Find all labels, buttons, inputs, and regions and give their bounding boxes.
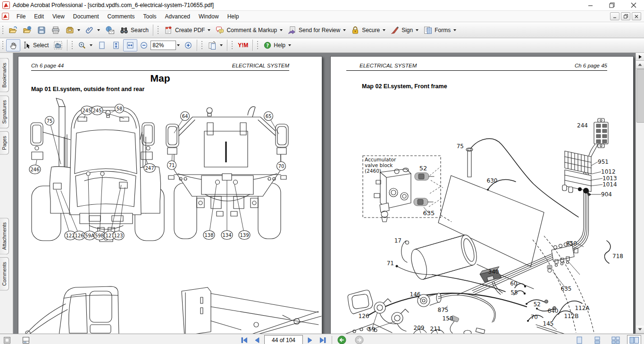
- zoom-in-button[interactable]: [182, 40, 195, 51]
- zoom-tool-button[interactable]: [75, 40, 95, 51]
- send-for-review-button[interactable]: Send for Review: [285, 24, 348, 36]
- menu-file[interactable]: File: [12, 12, 30, 21]
- comment-markup-button[interactable]: Comment & Markup: [213, 24, 285, 36]
- tab-signatures[interactable]: Signatures: [0, 95, 9, 128]
- save-button[interactable]: [34, 24, 49, 36]
- restore-button[interactable]: [609, 2, 615, 8]
- continuous-layout-button[interactable]: [591, 335, 603, 344]
- doc-minimize-button[interactable]: [610, 12, 619, 20]
- svg-text:59B: 59B: [95, 233, 104, 238]
- zoom-tool-dropdown-arrow[interactable]: [90, 44, 92, 46]
- select-tool-button[interactable]: Select: [20, 39, 51, 51]
- comment-markup-dropdown-arrow[interactable]: [280, 29, 283, 31]
- organizer-dropdown-arrow[interactable]: [77, 29, 80, 31]
- attach-dropdown-arrow[interactable]: [97, 29, 100, 31]
- page-size-button[interactable]: [2, 336, 12, 344]
- svg-text:(2460): (2460): [365, 168, 381, 174]
- facing-layout-button[interactable]: [627, 335, 641, 344]
- fit-width-button[interactable]: [123, 39, 137, 51]
- help-dropdown-arrow[interactable]: [288, 44, 291, 46]
- send-for-review-dropdown-arrow[interactable]: [343, 29, 346, 31]
- tab-attachments[interactable]: Attachments: [0, 218, 9, 254]
- toolbar-grip[interactable]: [256, 40, 259, 50]
- organizer-button[interactable]: [63, 24, 83, 36]
- email-button[interactable]: [102, 24, 117, 36]
- scroll-up-button[interactable]: [636, 61, 644, 69]
- close-button[interactable]: [631, 2, 636, 8]
- sensor-52: [415, 173, 434, 180]
- toolbar-grip[interactable]: [1, 40, 5, 50]
- menu-tools[interactable]: Tools: [139, 12, 161, 21]
- scroll-down-button[interactable]: [636, 326, 644, 334]
- search-button[interactable]: Search: [117, 24, 151, 36]
- menu-comments[interactable]: Comments: [103, 12, 139, 21]
- svg-text:58: 58: [117, 106, 123, 111]
- help-button[interactable]: ? Help: [261, 40, 293, 51]
- zoom-level-dropdown-arrow[interactable]: [177, 44, 180, 46]
- forms-dropdown-arrow[interactable]: [453, 29, 456, 31]
- help-label: Help: [274, 42, 285, 49]
- previous-view-button[interactable]: [336, 335, 348, 344]
- actual-size-button[interactable]: [95, 39, 109, 51]
- minimize-button[interactable]: [588, 3, 593, 8]
- doc-close-button[interactable]: [632, 12, 641, 20]
- collapse-pane-button[interactable]: [636, 53, 644, 61]
- vertical-scrollbar[interactable]: [636, 53, 644, 334]
- svg-text:134: 134: [222, 233, 231, 238]
- zoom-out-button[interactable]: [137, 40, 151, 51]
- open-web-button[interactable]: [20, 24, 34, 36]
- next-page-button[interactable]: [306, 336, 315, 344]
- tab-pages[interactable]: Pages: [0, 131, 9, 155]
- first-page-button[interactable]: [239, 336, 250, 344]
- next-page-icon: [307, 337, 313, 344]
- previous-page-button[interactable]: [252, 336, 261, 344]
- next-view-button[interactable]: [353, 335, 365, 344]
- continuous-facing-layout-button[interactable]: [609, 335, 622, 344]
- toolbar-separator: [67, 40, 67, 51]
- toolbar-grip[interactable]: [71, 40, 74, 50]
- next-view-icon: [355, 336, 364, 344]
- hand-tool-button[interactable]: [6, 39, 20, 51]
- create-pdf-button[interactable]: Create PDF: [161, 24, 213, 36]
- map01-diagram: 752452455824624712212659A59B127123 64657…: [18, 57, 322, 334]
- map02-diagram: Accumulator valve block (2460) 244951101…: [331, 57, 633, 334]
- toolbar-grip[interactable]: [231, 40, 234, 50]
- svg-text:139: 139: [240, 233, 249, 238]
- page-number-input[interactable]: [264, 335, 303, 344]
- zoom-level-input[interactable]: [151, 41, 176, 50]
- yahoo-messenger-button[interactable]: Y!M: [235, 41, 251, 50]
- tab-bookmarks[interactable]: Bookmarks: [0, 58, 9, 92]
- tab-comments[interactable]: Comments: [0, 257, 9, 291]
- snapshot-tool-button[interactable]: [51, 39, 65, 51]
- document-pane[interactable]: Ch 6 page 44 ELECTRICAL SYSTEM Map Map 0…: [13, 53, 644, 334]
- open-file-button[interactable]: [6, 24, 20, 36]
- toolbar-grip[interactable]: [1, 25, 5, 35]
- toolbar-grip[interactable]: [157, 25, 160, 35]
- toolbar-grip[interactable]: [201, 40, 204, 50]
- scrollbar-thumb[interactable]: [636, 69, 644, 123]
- page-display-button[interactable]: [205, 39, 225, 51]
- last-page-button[interactable]: [318, 336, 328, 344]
- menu-window[interactable]: Window: [194, 12, 223, 21]
- sign-button[interactable]: Sign: [388, 24, 421, 36]
- sign-dropdown-arrow[interactable]: [416, 29, 418, 31]
- split-window-button[interactable]: [21, 336, 31, 344]
- svg-text:247: 247: [145, 166, 154, 171]
- menu-document[interactable]: Document: [69, 12, 103, 21]
- doc-restore-button[interactable]: [621, 12, 630, 20]
- menu-help[interactable]: Help: [223, 12, 243, 21]
- secure-dropdown-arrow[interactable]: [383, 29, 385, 31]
- menu-view[interactable]: View: [48, 12, 69, 21]
- menu-edit[interactable]: Edit: [30, 12, 48, 21]
- secure-button[interactable]: Secure: [348, 24, 388, 36]
- forms-button[interactable]: Forms: [421, 24, 459, 36]
- svg-text:630: 630: [487, 177, 498, 184]
- attach-button[interactable]: [83, 24, 102, 36]
- menu-advanced[interactable]: Advanced: [161, 12, 194, 21]
- create-pdf-dropdown-arrow[interactable]: [208, 29, 210, 31]
- fit-page-button[interactable]: [109, 39, 123, 51]
- single-page-layout-button[interactable]: [573, 335, 585, 344]
- svg-text:340: 340: [488, 268, 499, 275]
- page-display-dropdown-arrow[interactable]: [220, 44, 223, 46]
- print-button[interactable]: [49, 24, 63, 36]
